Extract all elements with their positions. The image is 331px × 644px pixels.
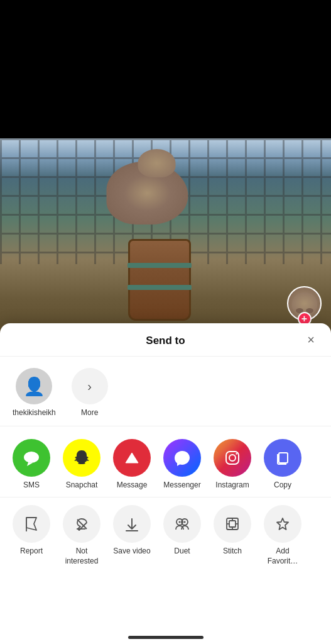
instagram-svg bbox=[222, 448, 242, 468]
app-label-snapchat: Snapchat bbox=[66, 480, 98, 489]
sheet-header: Send to × bbox=[0, 323, 331, 357]
more-item[interactable]: › More bbox=[71, 368, 109, 417]
save-video-svg bbox=[123, 515, 141, 533]
duet-svg bbox=[173, 515, 191, 533]
action-item-duet[interactable]: Duet bbox=[157, 505, 207, 566]
duet-icon bbox=[163, 505, 201, 543]
send-to-sheet: Send to × 👤 thekikisheikh › More bbox=[0, 323, 331, 644]
snapchat-icon bbox=[63, 439, 100, 477]
action-label-save-video: Save video bbox=[113, 547, 150, 557]
more-label: More bbox=[81, 408, 98, 417]
svg-marker-1 bbox=[27, 462, 33, 466]
app-label-instagram: Instagram bbox=[215, 480, 249, 489]
app-item-snapchat[interactable]: Snapchat bbox=[57, 439, 107, 489]
svg-rect-6 bbox=[279, 453, 288, 463]
action-item-stitch[interactable]: Stitch bbox=[207, 505, 258, 566]
message-svg bbox=[122, 448, 142, 468]
app-item-messenger[interactable]: Messenger bbox=[157, 439, 207, 489]
video-top-black bbox=[0, 0, 331, 138]
instagram-icon bbox=[214, 439, 251, 477]
contacts-section: 👤 thekikisheikh › More bbox=[0, 357, 331, 423]
sheet-title: Send to bbox=[146, 335, 185, 347]
action-label-add-favorites: Add Favorit… bbox=[268, 547, 298, 566]
svg-rect-15 bbox=[229, 521, 236, 527]
close-button[interactable]: × bbox=[302, 331, 320, 348]
chevron-right-icon: › bbox=[87, 379, 92, 394]
svg-point-11 bbox=[179, 521, 181, 523]
contact-name: thekikisheikh bbox=[13, 408, 56, 417]
report-svg bbox=[23, 515, 40, 533]
person-icon: 👤 bbox=[23, 376, 45, 397]
action-item-not-interested[interactable]: Not interested bbox=[57, 505, 107, 566]
capybara-head bbox=[138, 149, 175, 177]
video-area: + ♡ 5.8M bbox=[0, 0, 331, 340]
action-item-save-video[interactable]: Save video bbox=[107, 505, 157, 566]
action-item-add-favorites[interactable]: Add Favorit… bbox=[258, 505, 308, 566]
barrel bbox=[128, 239, 191, 321]
creator-avatar[interactable]: + bbox=[287, 286, 322, 321]
save-video-icon bbox=[113, 505, 151, 543]
sms-icon bbox=[13, 439, 50, 477]
contact-item[interactable]: 👤 thekikisheikh bbox=[13, 368, 56, 417]
not-interested-svg bbox=[73, 515, 90, 533]
app-label-message: Message bbox=[117, 480, 148, 489]
svg-point-4 bbox=[229, 455, 236, 461]
app-label-sms: SMS bbox=[23, 480, 40, 489]
video-scene: + ♡ 5.8M bbox=[0, 138, 331, 340]
stitch-icon bbox=[214, 505, 251, 543]
messenger-icon bbox=[163, 439, 201, 477]
action-item-report[interactable]: Report bbox=[6, 505, 57, 566]
apps-row: SMS Snapchat Message bbox=[0, 429, 331, 494]
app-label-copy: Copy bbox=[274, 480, 291, 489]
snapchat-svg bbox=[72, 448, 92, 468]
action-label-stitch: Stitch bbox=[223, 547, 242, 557]
message-icon bbox=[113, 439, 151, 477]
messenger-svg bbox=[172, 448, 192, 468]
sms-svg bbox=[22, 448, 41, 467]
copy-svg bbox=[273, 448, 293, 468]
close-icon: × bbox=[307, 333, 315, 347]
more-button: › bbox=[72, 368, 108, 404]
action-label-report: Report bbox=[20, 547, 43, 557]
app-item-copy[interactable]: Copy bbox=[258, 439, 308, 489]
not-interested-icon bbox=[63, 505, 100, 543]
add-favorites-svg bbox=[274, 515, 291, 533]
action-label-duet: Duet bbox=[174, 547, 190, 557]
svg-point-0 bbox=[24, 452, 39, 463]
contact-avatar: 👤 bbox=[16, 368, 52, 404]
action-label-not-interested: Not interested bbox=[65, 547, 99, 566]
svg-point-13 bbox=[184, 521, 186, 523]
app-item-message[interactable]: Message bbox=[107, 439, 157, 489]
avatar-image bbox=[292, 292, 317, 314]
divider-2 bbox=[0, 497, 331, 497]
home-indicator bbox=[128, 636, 203, 639]
svg-marker-2 bbox=[126, 453, 138, 463]
stitch-svg bbox=[224, 515, 241, 533]
actions-row: Report Not interested Save v bbox=[0, 500, 331, 571]
app-item-sms[interactable]: SMS bbox=[6, 439, 57, 489]
copy-icon bbox=[264, 439, 301, 477]
add-favorites-icon bbox=[264, 505, 301, 543]
svg-point-5 bbox=[236, 453, 237, 454]
divider bbox=[0, 426, 331, 426]
app-item-instagram[interactable]: Instagram bbox=[207, 439, 258, 489]
report-icon bbox=[13, 505, 50, 543]
app-label-messenger: Messenger bbox=[163, 480, 200, 489]
